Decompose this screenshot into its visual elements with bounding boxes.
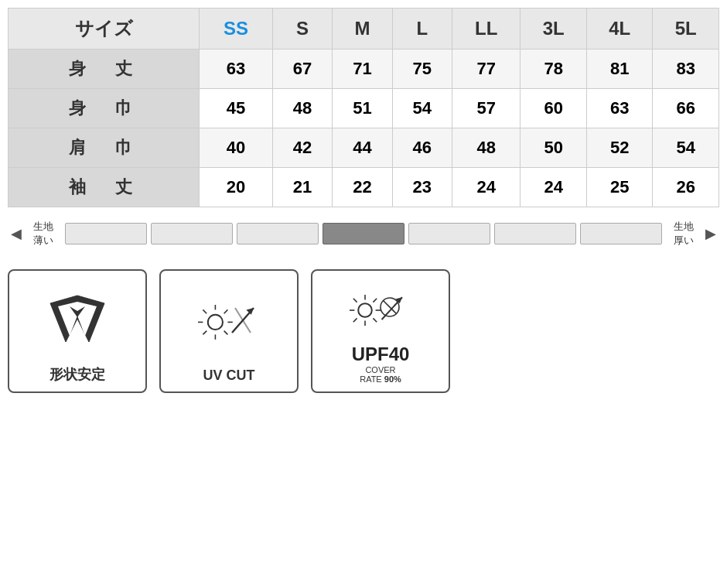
svg-line-11 <box>203 330 206 334</box>
feature-upf40: UPF40 COVER RATE 90% <box>311 269 450 393</box>
cell-身　丈-5: 78 <box>521 50 587 89</box>
upf-cover-label: COVER <box>365 365 395 374</box>
row-label: 身 丈 <box>9 50 200 89</box>
cell-肩　巾-6: 52 <box>586 128 653 168</box>
upf-value: UPF40 <box>352 344 410 364</box>
upf40-icon <box>350 279 411 338</box>
cell-袖　丈-5: 24 <box>521 168 587 207</box>
cell-身　丈-0: 63 <box>200 50 273 89</box>
thickness-right-label: 生地 厚い <box>668 220 699 248</box>
upf40-text: UPF40 COVER RATE 90% <box>352 344 410 384</box>
cell-肩　巾-2: 44 <box>333 128 392 168</box>
cell-袖　丈-4: 24 <box>452 168 521 207</box>
size-col-l: L <box>392 9 452 50</box>
cell-身　巾-2: 51 <box>333 89 392 128</box>
thickness-block-0 <box>65 223 147 244</box>
svg-line-9 <box>224 330 228 334</box>
table-row: 袖 丈2021222324242526 <box>9 168 719 207</box>
table-row: 肩 巾4042444648505254 <box>9 128 719 168</box>
cell-袖　丈-0: 20 <box>200 168 273 207</box>
size-header-label: サイズ <box>9 9 200 50</box>
thickness-thick-line2: 厚い <box>674 234 694 248</box>
svg-line-22 <box>373 299 377 303</box>
features-section: 形状安定 UV CUT <box>8 263 719 399</box>
thickness-block-3 <box>323 223 404 244</box>
cell-身　巾-7: 66 <box>653 89 719 128</box>
svg-marker-13 <box>246 308 254 315</box>
table-row: 身 巾4548515457606366 <box>9 89 719 128</box>
cell-身　丈-3: 75 <box>392 50 452 89</box>
shape-stable-label: 形状安定 <box>49 365 105 384</box>
cell-袖　丈-2: 22 <box>333 168 392 207</box>
svg-line-8 <box>203 309 206 313</box>
cell-肩　巾-1: 42 <box>272 128 332 168</box>
thickness-block-4 <box>408 223 490 244</box>
collar-icon <box>43 279 112 359</box>
feature-shape-stable: 形状安定 <box>8 269 147 393</box>
svg-line-27 <box>383 300 397 314</box>
size-col-s: S <box>272 9 332 50</box>
table-row: 身 丈6367717577788183 <box>9 50 719 89</box>
thickness-block-6 <box>580 223 662 244</box>
row-label: 袖 丈 <box>9 168 200 207</box>
cell-身　丈-1: 67 <box>272 50 332 89</box>
cell-袖　丈-7: 26 <box>653 168 719 207</box>
feature-uv-cut: UV CUT <box>159 269 299 393</box>
cell-袖　丈-3: 23 <box>392 168 452 207</box>
thickness-block-1 <box>151 223 233 244</box>
size-col-m: M <box>333 9 392 50</box>
cell-肩　巾-0: 40 <box>200 128 273 168</box>
cell-肩　巾-4: 48 <box>452 128 521 168</box>
cell-身　丈-7: 83 <box>653 50 719 89</box>
upf-rate-label: RATE 90% <box>360 374 401 384</box>
cell-身　巾-4: 57 <box>452 89 521 128</box>
svg-line-21 <box>373 318 377 322</box>
cell-身　丈-2: 71 <box>333 50 392 89</box>
arrow-right-icon: ▶ <box>705 225 716 242</box>
svg-line-20 <box>353 299 357 303</box>
size-col-4l: 4L <box>586 9 653 50</box>
cell-肩　巾-7: 54 <box>653 128 719 168</box>
cell-身　巾-0: 45 <box>200 89 273 128</box>
size-col-3l: 3L <box>521 9 587 50</box>
cell-身　巾-5: 60 <box>521 89 587 128</box>
cell-袖　丈-1: 21 <box>272 168 332 207</box>
svg-point-15 <box>358 303 372 317</box>
cell-身　丈-6: 81 <box>586 50 653 89</box>
thickness-block-2 <box>237 223 319 244</box>
arrow-left-icon: ◀ <box>11 225 22 242</box>
uv-cut-icon <box>198 279 260 361</box>
cell-身　巾-6: 63 <box>586 89 653 128</box>
cell-身　巾-3: 54 <box>392 89 452 128</box>
thickness-section: ◀ 生地 薄い 生地 厚い ▶ <box>8 220 719 248</box>
thickness-left-label: 生地 薄い <box>28 220 59 248</box>
row-label: 身 巾 <box>9 89 200 128</box>
uv-cut-label: UV CUT <box>203 368 255 384</box>
cell-身　丈-4: 77 <box>452 50 521 89</box>
thickness-thick-line1: 生地 <box>674 220 694 234</box>
row-label: 肩 巾 <box>9 128 200 168</box>
size-col-ll: LL <box>452 9 521 50</box>
size-table: サイズ SSSMLLL3L4L5L 身 丈6367717577788183身 巾… <box>8 8 719 207</box>
cell-肩　巾-3: 46 <box>392 128 452 168</box>
svg-line-23 <box>353 318 357 322</box>
cell-肩　巾-5: 50 <box>521 128 587 168</box>
size-col-ss: SS <box>200 9 273 50</box>
thickness-thin-line1: 生地 <box>33 220 53 234</box>
thickness-bar <box>65 223 662 244</box>
cell-袖　丈-6: 25 <box>586 168 653 207</box>
size-col-5l: 5L <box>653 9 719 50</box>
thickness-block-5 <box>494 223 576 244</box>
upf-percent: 90% <box>384 374 401 384</box>
svg-point-3 <box>208 314 223 329</box>
svg-line-10 <box>224 309 228 313</box>
cell-身　巾-1: 48 <box>272 89 332 128</box>
thickness-thin-line2: 薄い <box>33 234 53 248</box>
